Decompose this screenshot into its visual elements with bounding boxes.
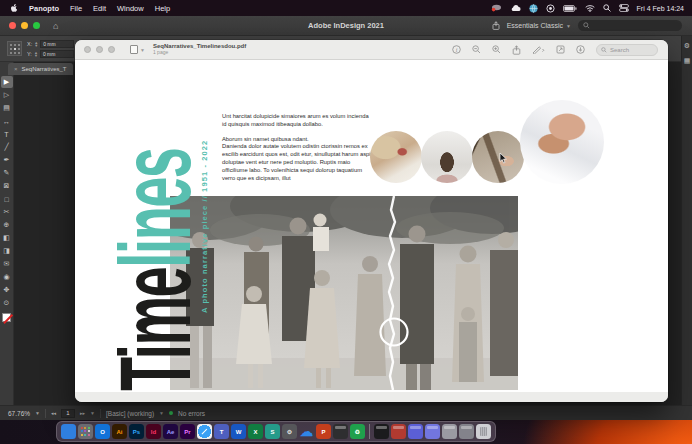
hand-tool[interactable]: ✥ (1, 284, 13, 296)
dock-item-system-preferences[interactable]: ⚙ (282, 424, 297, 439)
swatches-panel-icon[interactable]: ▦ (684, 57, 691, 65)
svg-text:i: i (456, 47, 458, 53)
workspace-switcher[interactable]: Essentials Classic▼ (507, 22, 571, 29)
dock-item-minimized-window-purple-1[interactable] (408, 424, 423, 439)
dock-item-minimized-window-terminal[interactable] (374, 424, 389, 439)
dock-item-minimized-window-purple-2[interactable] (425, 424, 440, 439)
dock-item-launchpad[interactable] (78, 424, 93, 439)
dock-item-onedrive[interactable]: ☁ (299, 424, 314, 439)
zoom-tool[interactable]: ⊙ (1, 297, 13, 309)
dock-item-word[interactable]: W (231, 424, 246, 439)
dock-item-minimized-window-grey-2[interactable] (459, 424, 474, 439)
gear-icon[interactable]: ⚙ (684, 42, 690, 50)
note-tool[interactable]: ✉ (1, 258, 13, 270)
dock-item-powerpoint[interactable]: P (316, 424, 331, 439)
close-button[interactable] (9, 22, 16, 29)
reference-point-proxy[interactable] (7, 41, 22, 56)
wifi-icon[interactable] (585, 3, 595, 13)
markup-pen-icon[interactable] (532, 45, 545, 54)
zoom-in-icon[interactable] (492, 45, 501, 54)
pencil-tool[interactable]: ✎ (1, 167, 13, 179)
last-page-button[interactable]: ▸▸ (80, 410, 85, 416)
preview-search-input[interactable]: Search (596, 44, 658, 56)
gradient-swatch-tool[interactable]: ◧ (1, 232, 13, 244)
dock-item-teams[interactable]: T (214, 424, 229, 439)
type-tool[interactable]: T (1, 128, 13, 140)
dock-item-photoshop[interactable]: Ps (129, 424, 144, 439)
tab-label: SeqNarratives_T (22, 66, 67, 72)
dock-item-trash[interactable] (476, 424, 491, 439)
minimize-button[interactable] (96, 46, 103, 53)
gap-tool[interactable]: ↔ (1, 115, 13, 127)
rectangle-tool[interactable]: □ (1, 193, 13, 205)
line-tool[interactable]: ╱ (1, 141, 13, 153)
preview-titlebar: ▼ SeqNarratives_Timelinesdou.pdf 1 page … (75, 40, 668, 60)
free-transform-tool[interactable]: ⊕ (1, 219, 13, 231)
cloud-icon[interactable] (510, 3, 521, 13)
dock-item-sharepoint[interactable]: S (265, 424, 280, 439)
dock-item-minimized-window-grey-1[interactable] (442, 424, 457, 439)
dock-item-premiere-pro[interactable]: Pr (180, 424, 195, 439)
dock-item-keyboard[interactable] (333, 424, 348, 439)
y-field[interactable]: 0 mm (40, 50, 74, 58)
pen-tool[interactable]: ✒ (1, 154, 13, 166)
scissors-tool[interactable]: ✂ (1, 206, 13, 218)
dock-item-after-effects[interactable]: Ae (163, 424, 178, 439)
eyedropper-tool[interactable]: ◉ (1, 271, 13, 283)
zoom-window-button[interactable] (33, 22, 40, 29)
titlebar-search-input[interactable] (578, 20, 682, 31)
first-page-button[interactable]: ◂◂ (51, 410, 56, 416)
page-number-field[interactable]: 1 (61, 409, 75, 418)
preflight-profile[interactable]: [Basic] (working) (106, 410, 154, 417)
apple-icon[interactable] (9, 3, 18, 13)
document-tab[interactable]: × SeqNarratives_T (8, 63, 73, 75)
search-icon[interactable] (603, 3, 611, 13)
battery-icon[interactable] (563, 3, 577, 13)
body-paragraph-3: Danienda dolor autate volutem odistin ct… (222, 143, 374, 182)
dock-item-illustrator[interactable]: Ai (112, 424, 127, 439)
page-chevron-icon[interactable]: ▼ (90, 410, 95, 416)
minimize-button[interactable] (21, 22, 28, 29)
dock-item-minimized-window-red[interactable] (391, 424, 406, 439)
globe-icon[interactable] (529, 3, 538, 13)
dock-item-finder[interactable] (61, 424, 76, 439)
zoom-out-icon[interactable] (472, 45, 481, 54)
selection-tool[interactable]: ▶ (1, 76, 13, 88)
x-field[interactable]: 0 mm (40, 40, 74, 48)
info-icon[interactable]: i (452, 45, 461, 54)
zoom-window-button[interactable] (108, 46, 115, 53)
menubar-clock[interactable]: Fri 4 Feb 14:24 (637, 5, 684, 12)
preflight-chevron-icon[interactable]: ▼ (159, 410, 164, 416)
dock-item-excel[interactable]: X (248, 424, 263, 439)
close-button[interactable] (84, 46, 91, 53)
menu-item-help[interactable]: Help (155, 4, 170, 13)
page-tool[interactable]: ▤ (1, 102, 13, 114)
zoom-level[interactable]: 67.76% (8, 410, 30, 417)
fill-stroke-swatch[interactable] (2, 313, 11, 322)
x-stepper[interactable]: ▲▼ (34, 41, 38, 47)
share-icon[interactable] (512, 45, 521, 55)
dock-item-recycle[interactable]: ♻ (350, 424, 365, 439)
export-icon[interactable] (556, 45, 565, 54)
home-icon[interactable]: ⌂ (53, 21, 58, 31)
y-stepper[interactable]: ▲▼ (34, 51, 38, 57)
direct-selection-tool[interactable]: ▷ (1, 89, 13, 101)
zoom-chevron-icon[interactable]: ▼ (35, 410, 40, 416)
screen-record-icon[interactable] (546, 3, 555, 13)
dock-item-outlook[interactable]: O (95, 424, 110, 439)
download-icon[interactable] (576, 45, 585, 54)
dock-item-indesign[interactable]: Id (146, 424, 161, 439)
menu-item-panopto[interactable]: Panopto (29, 4, 59, 13)
menu-item-file[interactable]: File (70, 4, 82, 13)
panopto-recording-icon[interactable] (491, 3, 502, 13)
dock-item-safari[interactable] (197, 424, 212, 439)
menu-item-edit[interactable]: Edit (93, 4, 106, 13)
preflight-status: No errors (178, 410, 205, 417)
tab-close-icon[interactable]: × (14, 66, 18, 72)
rectangle-frame-tool[interactable]: ⊠ (1, 180, 13, 192)
gradient-feather-tool[interactable]: ◨ (1, 245, 13, 257)
sidebar-toggle-icon[interactable]: ▼ (130, 45, 145, 54)
menu-item-window[interactable]: Window (117, 4, 144, 13)
control-center-icon[interactable] (619, 3, 629, 13)
share-icon[interactable] (492, 21, 500, 30)
